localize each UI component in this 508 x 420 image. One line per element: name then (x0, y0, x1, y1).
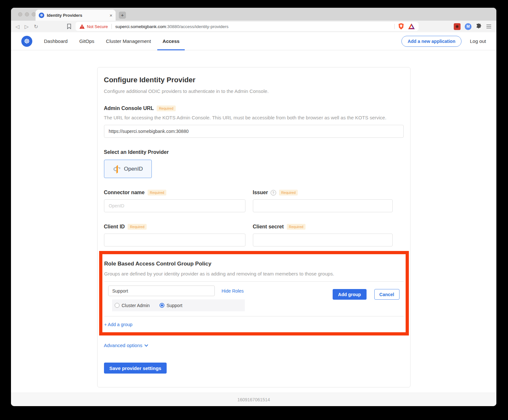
bookmark-icon[interactable] (67, 24, 72, 29)
role-option-cluster-admin[interactable]: Cluster Admin (115, 303, 150, 308)
client-secret-input[interactable] (253, 234, 393, 246)
issuer-input[interactable] (253, 199, 393, 212)
rbac-divider-bottom (104, 316, 404, 316)
close-window-button[interactable] (18, 12, 22, 16)
hide-roles-link[interactable]: Hide Roles (222, 288, 244, 294)
openid-provider-label: OpenID (124, 166, 143, 172)
required-badge: Required (157, 105, 176, 111)
client-id-label: Client ID (104, 224, 125, 230)
nav-item-dashboard[interactable]: Dashboard (44, 32, 67, 50)
app-footer: 1609167061514 (11, 393, 496, 406)
rbac-title: Role Based Access Control Group Policy (104, 261, 404, 267)
browser-tab[interactable]: ☸ Identity Providers × (36, 10, 116, 21)
client-secret-label: Client secret (253, 224, 284, 230)
role-radio-group: Cluster Admin Support (112, 299, 245, 311)
profile-avatar[interactable]: M (465, 23, 472, 30)
nav-item-cluster-management[interactable]: Cluster Management (106, 32, 151, 50)
footer-timestamp: 1609167061514 (237, 397, 270, 402)
not-secure-label: Not Secure (87, 24, 108, 29)
client-secret-label-row: Client secret Required (253, 224, 393, 230)
openid-logo-icon (113, 164, 121, 174)
role-label: Support (167, 303, 182, 308)
admin-console-url-label-row: Admin Console URL Required (104, 105, 404, 111)
rbac-highlight-box: Role Based Access Control Group Policy G… (99, 251, 409, 335)
client-id-input[interactable] (104, 234, 245, 246)
issuer-label: Issuer (253, 190, 268, 195)
advanced-options-label: Advanced options (104, 343, 142, 348)
issuer-help-icon[interactable]: ? (271, 190, 276, 195)
brave-shield-icon[interactable] (398, 23, 404, 30)
admin-console-url-input[interactable] (104, 125, 404, 138)
chevron-down-icon (144, 343, 148, 346)
url-path: :30880/access/identity-providers (166, 24, 229, 29)
page-subtitle: Configure additional ODIC providers to a… (104, 88, 404, 94)
new-tab-button[interactable]: + (119, 12, 126, 19)
nav-item-gitops[interactable]: GitOps (79, 32, 94, 50)
add-a-group-link[interactable]: + Add a group (104, 322, 133, 327)
browser-toolbar: ◁ ▷ ↻ Not Secure superci.somebigbank.com… (11, 21, 496, 32)
forward-icon[interactable]: ▷ (25, 24, 28, 30)
back-icon[interactable]: ◁ (16, 24, 19, 30)
url-bar[interactable]: Not Secure superci.somebigbank.com:30880… (76, 22, 419, 31)
issuer-label-row: Issuer ? Required (253, 190, 393, 195)
connector-name-input[interactable] (104, 199, 245, 212)
url-divider-right (394, 24, 395, 29)
rbac-description: Groups are defined by your identity prov… (104, 271, 404, 276)
logout-link[interactable]: Log out (470, 38, 486, 44)
group-name-input[interactable] (108, 285, 215, 296)
extension-red-icon[interactable]: ❋ (454, 23, 461, 30)
kubernetes-logo-icon: ☸ (21, 36, 32, 47)
radio-checked-icon[interactable] (160, 303, 164, 308)
select-provider-label: Select an Identity Provider (104, 149, 169, 155)
client-credentials-row: Client ID Required Client secret Require… (104, 224, 404, 246)
browser-menu-icon[interactable] (486, 24, 492, 29)
radio-unchecked-icon[interactable] (115, 303, 119, 308)
admin-console-url-label: Admin Console URL (104, 105, 154, 111)
admin-console-url-help: The URL for accessing the KOTS Admin Con… (104, 115, 404, 120)
url-divider (111, 24, 112, 29)
kubernetes-favicon-icon: ☸ (39, 13, 44, 18)
app-navbar: ☸ Dashboard GitOps Cluster Management Ac… (11, 32, 496, 50)
url-domain: superci.somebigbank.com (115, 24, 166, 29)
extensions-puzzle-icon[interactable] (476, 24, 482, 29)
window-controls[interactable] (18, 12, 36, 16)
required-badge: Required (287, 224, 306, 230)
tab-title: Identity Providers (47, 13, 108, 18)
add-new-application-button[interactable]: Add a new application (401, 36, 461, 47)
bat-rewards-icon[interactable] (408, 24, 415, 29)
browser-window: ☸ Identity Providers × + ◁ ▷ ↻ Not Secur… (11, 8, 496, 406)
required-badge: Required (148, 190, 167, 195)
warning-triangle-icon (79, 24, 85, 29)
close-tab-icon[interactable]: × (109, 13, 112, 18)
advanced-options-link[interactable]: Advanced options (104, 343, 148, 348)
role-label: Cluster Admin (122, 303, 150, 308)
reload-icon[interactable]: ↻ (34, 24, 38, 30)
main-content: Configure Identity Provider Configure ad… (11, 50, 496, 393)
cancel-button[interactable]: Cancel (374, 289, 399, 300)
group-editor: Hide Roles Add group Cancel Cluster Admi… (104, 282, 404, 311)
page-title: Configure Identity Provider (104, 76, 404, 84)
connector-name-label: Connector name (104, 190, 145, 195)
group-editor-buttons: Add group Cancel (333, 289, 399, 300)
save-provider-settings-button[interactable]: Save provider settings (104, 363, 167, 374)
identity-provider-card: Configure Identity Provider Configure ad… (97, 67, 410, 387)
client-id-label-row: Client ID Required (104, 224, 245, 230)
openid-provider-option[interactable]: OpenID (104, 160, 152, 178)
connector-issuer-row: Connector name Required Issuer ? Require… (104, 190, 404, 212)
nav-item-access[interactable]: Access (162, 32, 180, 50)
connector-name-label-row: Connector name Required (104, 190, 245, 195)
select-provider-label-row: Select an Identity Provider (104, 149, 404, 155)
required-badge: Required (279, 190, 298, 195)
role-option-support[interactable]: Support (160, 303, 182, 308)
extension-icons: ❋ M (454, 23, 492, 30)
minimize-window-button[interactable] (25, 12, 29, 16)
add-group-button[interactable]: Add group (333, 289, 367, 300)
required-badge: Required (128, 224, 147, 230)
tab-strip: ☸ Identity Providers × + (11, 8, 496, 21)
